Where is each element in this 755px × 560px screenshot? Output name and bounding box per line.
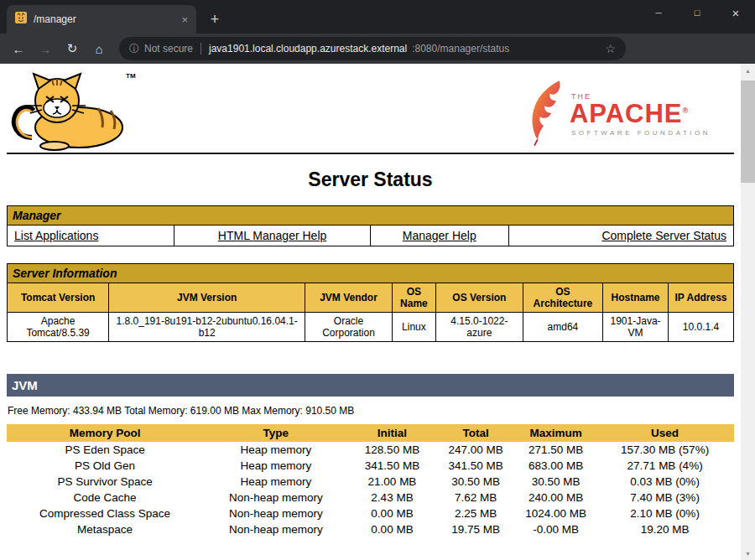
memory-used-cell: 2.10 MB (0%) bbox=[596, 506, 734, 521]
memory-total-cell: 7.62 MB bbox=[436, 490, 516, 506]
back-icon[interactable]: ← bbox=[7, 37, 30, 60]
scroll-down-icon[interactable]: ▼ bbox=[741, 547, 755, 560]
server-info-value: Apache Tomcat/8.5.39 bbox=[8, 313, 109, 342]
memory-table-row: Metaspace Non-heap memory 0.00 MB 19.75 … bbox=[7, 521, 734, 537]
memory-type-cell: Non-heap memory bbox=[203, 506, 348, 521]
memory-table-row: PS Survivor Space Heap memory 21.00 MB 3… bbox=[7, 474, 734, 490]
url-host: java1901.local.cloudapp.azurestack.exter… bbox=[209, 43, 407, 54]
memory-pool-cell: Compressed Class Space bbox=[7, 506, 203, 521]
server-info-header: JVM Vendor bbox=[305, 283, 393, 313]
reload-icon[interactable]: ↻ bbox=[60, 37, 84, 60]
memory-pool-cell: PS Eden Space bbox=[7, 442, 203, 458]
memory-pool-cell: PS Survivor Space bbox=[7, 474, 203, 490]
memory-pool-table: Memory PoolTypeInitialTotalMaximumUsed P… bbox=[7, 424, 734, 537]
server-info-header: Tomcat Version bbox=[8, 283, 109, 313]
memory-type-cell: Heap memory bbox=[203, 442, 348, 458]
memory-type-cell: Non-heap memory bbox=[203, 490, 348, 506]
memory-table-header: Memory Pool bbox=[7, 424, 203, 442]
memory-maximum-cell: 683.00 MB bbox=[516, 458, 596, 474]
tomcat-favicon-icon bbox=[15, 12, 27, 27]
memory-table-row: PS Old Gen Heap memory 341.50 MB 341.50 … bbox=[7, 458, 734, 474]
memory-pool-cell: Metaspace bbox=[7, 521, 203, 537]
page-scrollbar[interactable]: ▲ ▼ bbox=[741, 64, 755, 560]
window-controls: ─ □ × bbox=[639, 0, 755, 25]
scrollbar-thumb[interactable] bbox=[741, 80, 755, 183]
home-icon[interactable]: ⌂ bbox=[87, 37, 111, 60]
memory-used-cell: 157.30 MB (57%) bbox=[596, 442, 734, 458]
server-info-value: 10.0.1.4 bbox=[669, 313, 734, 342]
memory-table-header: Used bbox=[596, 424, 734, 442]
memory-initial-cell: 128.50 MB bbox=[348, 442, 435, 458]
memory-maximum-cell: 1024.00 MB bbox=[516, 506, 596, 521]
memory-used-cell: 27.71 MB (4%) bbox=[596, 458, 734, 474]
page-content: TM THE APACHE® SOFTWARE FOUNDATION bbox=[0, 64, 741, 560]
memory-total-cell: 2.25 MB bbox=[436, 506, 516, 521]
maximize-button[interactable]: □ bbox=[678, 0, 716, 25]
memory-type-cell: Heap memory bbox=[203, 458, 348, 474]
jvm-section-header: JVM bbox=[7, 374, 734, 397]
memory-table-header-row: Memory PoolTypeInitialTotalMaximumUsed bbox=[7, 424, 734, 442]
memory-initial-cell: 0.00 MB bbox=[348, 506, 435, 521]
apache-logo: THE APACHE® SOFTWARE FOUNDATION bbox=[525, 77, 711, 151]
url-separator bbox=[200, 43, 201, 54]
registered-mark: ® bbox=[683, 106, 690, 114]
browser-toolbar: ← → ↻ ⌂ ⓘ Not secure java1901.local.clou… bbox=[0, 34, 755, 64]
tab-close-icon[interactable]: × bbox=[181, 14, 188, 25]
server-info-value: 1.8.0_191-8u191-b12-2ubuntu0.16.04.1-b12 bbox=[109, 313, 305, 342]
page-title: Server Status bbox=[7, 169, 734, 191]
memory-total-cell: 30.50 MB bbox=[436, 474, 516, 490]
browser-window: /manager × + ─ □ × ← → ↻ ⌂ ⓘ Not secure … bbox=[0, 0, 755, 560]
server-info-header: IP Address bbox=[669, 283, 734, 313]
memory-total-cell: 19.75 MB bbox=[436, 521, 516, 537]
memory-used-cell: 0.03 MB (0%) bbox=[596, 474, 734, 490]
memory-maximum-cell: 240.00 MB bbox=[516, 490, 596, 506]
memory-used-cell: 19.20 MB bbox=[596, 521, 734, 537]
server-info-header: Hostname bbox=[603, 283, 669, 313]
memory-table-row: Compressed Class Space Non-heap memory 0… bbox=[7, 506, 734, 521]
memory-maximum-cell: -0.00 MB bbox=[516, 521, 596, 537]
tab-strip: /manager × + ─ □ × bbox=[0, 0, 755, 34]
scroll-up-icon[interactable]: ▲ bbox=[741, 64, 755, 77]
server-info-table: Server Information Tomcat VersionJVM Ver… bbox=[7, 263, 734, 342]
server-info-value: Linux bbox=[392, 313, 435, 342]
memory-initial-cell: 21.00 MB bbox=[348, 474, 435, 490]
server-info-value: 1901-Java-VM bbox=[603, 313, 669, 342]
info-icon[interactable]: ⓘ bbox=[129, 42, 139, 56]
close-button[interactable]: × bbox=[716, 0, 755, 25]
address-bar[interactable]: ⓘ Not secure java1901.local.cloudapp.azu… bbox=[119, 37, 626, 60]
memory-pool-cell: Code Cache bbox=[7, 490, 203, 506]
trademark-label: TM bbox=[126, 72, 136, 80]
memory-table-row: Code Cache Non-heap memory 2.43 MB 7.62 … bbox=[7, 490, 734, 506]
memory-total-cell: 247.00 MB bbox=[436, 442, 516, 458]
memory-initial-cell: 0.00 MB bbox=[348, 521, 435, 537]
link-html-manager-help[interactable]: HTML Manager Help bbox=[218, 229, 326, 242]
memory-used-cell: 7.40 MB (3%) bbox=[596, 490, 734, 506]
tomcat-logo bbox=[8, 72, 134, 154]
memory-table-header: Type bbox=[203, 424, 348, 442]
memory-pool-cell: PS Old Gen bbox=[7, 458, 203, 474]
manager-table-title: Manager bbox=[8, 206, 734, 226]
memory-maximum-cell: 271.50 MB bbox=[516, 442, 596, 458]
url-path: :8080/manager/status bbox=[412, 43, 509, 54]
memory-type-cell: Heap memory bbox=[203, 474, 348, 490]
tab-title: /manager bbox=[34, 13, 174, 25]
server-info-value: 4.15.0-1022-azure bbox=[435, 313, 523, 342]
memory-initial-cell: 341.50 MB bbox=[348, 458, 435, 474]
browser-tab[interactable]: /manager × bbox=[7, 5, 196, 34]
apache-wordmark: APACHE® bbox=[570, 101, 711, 127]
apache-subtitle: SOFTWARE FOUNDATION bbox=[571, 129, 711, 137]
memory-table-row: PS Eden Space Heap memory 128.50 MB 247.… bbox=[7, 442, 734, 458]
memory-table-header: Maximum bbox=[516, 424, 596, 442]
new-tab-button[interactable]: + bbox=[203, 8, 226, 31]
link-list-applications[interactable]: List Applications bbox=[14, 229, 98, 242]
bookmark-star-icon[interactable]: ☆ bbox=[605, 42, 616, 55]
server-info-header-row: Tomcat VersionJVM VersionJVM VendorOS Na… bbox=[8, 283, 734, 313]
link-complete-server-status[interactable]: Complete Server Status bbox=[601, 229, 726, 242]
forward-icon[interactable]: → bbox=[34, 37, 57, 60]
server-info-header: OS Version bbox=[435, 283, 523, 313]
server-info-value: amd64 bbox=[523, 313, 602, 342]
memory-summary: Free Memory: 433.94 MB Total Memory: 619… bbox=[8, 405, 734, 417]
memory-initial-cell: 2.43 MB bbox=[348, 490, 435, 506]
link-manager-help[interactable]: Manager Help bbox=[403, 229, 476, 242]
minimize-button[interactable]: ─ bbox=[639, 0, 678, 25]
